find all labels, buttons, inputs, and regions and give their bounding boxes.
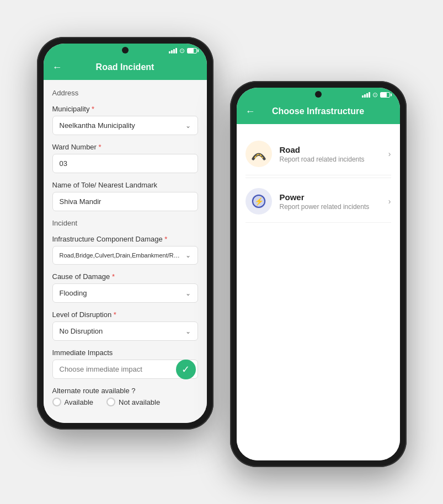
header-title-1: Road Incident (96, 62, 154, 72)
disruption-value: No Disruption (60, 327, 103, 335)
infra-damage-label: Infrastructure Component Damage (52, 235, 198, 243)
check-icon: ✓ (182, 363, 190, 376)
phone-2: ⊙ ← Choose Infrastructure (230, 81, 407, 467)
power-icon: ⚡ (250, 193, 267, 210)
not-available-label: Not available (119, 398, 160, 406)
power-arrow-icon: › (388, 197, 391, 206)
infra-damage-chevron-icon: ⌄ (185, 251, 191, 259)
infra-damage-select[interactable]: Road,Bridge,Culvert,Drain,Embankment/Ret… (52, 246, 198, 265)
immediate-impacts-submit-button[interactable]: ✓ (176, 360, 196, 379)
municipality-label: Municipality (52, 105, 198, 113)
wifi-icon-1: ⊙ (179, 47, 185, 55)
road-list-item[interactable]: Road Report road related incidents › (245, 133, 391, 175)
road-text: Road Report road related incidents (280, 145, 365, 163)
cause-of-damage-group: Cause of Damage Flooding ⌄ (52, 272, 198, 303)
municipality-group: Municipality Neelkantha Municipality ⌄ (52, 105, 198, 135)
ward-number-group: Ward Number (52, 143, 198, 173)
app-header-1: ← Road Incident (44, 57, 207, 80)
battery-icon-1 (187, 48, 197, 53)
address-section: Address (52, 89, 198, 97)
svg-text:⚡: ⚡ (254, 197, 264, 206)
infrastructure-list: Road Report road related incidents › ⚡ (237, 124, 400, 460)
available-option[interactable]: Available (52, 398, 94, 406)
status-time-2 (247, 92, 248, 98)
tole-group: Name of Tole/ Nearest Landmark (52, 181, 198, 211)
status-icons-2: ⊙ (362, 91, 390, 99)
incident-label: Incident (52, 219, 198, 227)
header-title-2: Choose Infrastructure (272, 106, 364, 116)
available-label: Available (65, 398, 94, 406)
alternate-route-options: Available Not available (52, 398, 198, 406)
road-icon-wrap (245, 141, 272, 167)
notch-2 (315, 91, 322, 98)
municipality-value: Neelkantha Municipality (60, 121, 135, 130)
incident-section: Incident (52, 219, 198, 227)
cause-of-damage-label: Cause of Damage (52, 272, 198, 281)
road-arrow-icon: › (388, 149, 391, 158)
ward-number-label: Ward Number (52, 143, 198, 151)
cause-of-damage-value: Flooding (60, 289, 87, 297)
battery-icon-2 (380, 92, 390, 98)
tole-input[interactable] (52, 192, 198, 211)
disruption-group: Level of Disruption No Disruption ⌄ (52, 310, 198, 341)
road-title: Road (280, 145, 365, 154)
disruption-select[interactable]: No Disruption ⌄ (52, 321, 198, 341)
municipality-chevron-icon: ⌄ (185, 122, 191, 130)
wifi-icon-2: ⊙ (372, 91, 378, 99)
infra-divider (245, 178, 391, 178)
alternate-route-label: Alternate route available ? (52, 387, 198, 395)
alternate-route-group: Alternate route available ? Available No… (52, 387, 198, 406)
not-available-radio[interactable] (106, 398, 115, 406)
power-list-item[interactable]: ⚡ Power Report power related incidents › (245, 180, 391, 223)
signal-icon-1 (169, 48, 177, 53)
power-icon-wrap: ⚡ (245, 188, 272, 215)
immediate-impacts-group: Immediate Impacts ✓ (52, 348, 198, 379)
address-label: Address (52, 89, 198, 97)
infra-damage-value: Road,Bridge,Culvert,Drain,Embankment/Ret… (60, 252, 181, 259)
status-time-1 (54, 47, 55, 54)
road-icon (250, 146, 267, 162)
signal-icon-2 (362, 92, 370, 98)
road-description: Report road related incidents (280, 156, 365, 163)
status-icons-1: ⊙ (169, 47, 197, 55)
cause-chevron-icon: ⌄ (185, 289, 191, 297)
infra-damage-group: Infrastructure Component Damage Road,Bri… (52, 235, 198, 265)
form-content-1: Address Municipality Neelkantha Municipa… (44, 80, 207, 423)
power-description: Report power related incidents (280, 203, 370, 211)
cause-of-damage-select[interactable]: Flooding ⌄ (52, 283, 198, 303)
back-button-1[interactable]: ← (52, 62, 62, 73)
power-title: Power (280, 192, 370, 202)
back-button-2[interactable]: ← (245, 106, 255, 117)
tole-label: Name of Tole/ Nearest Landmark (52, 181, 198, 189)
disruption-label: Level of Disruption (52, 310, 198, 319)
notch-1 (122, 47, 129, 53)
immediate-impacts-input-wrap: ✓ (52, 360, 198, 379)
immediate-impacts-label: Immediate Impacts (52, 348, 198, 357)
disruption-chevron-icon: ⌄ (185, 328, 191, 335)
not-available-option[interactable]: Not available (106, 398, 160, 406)
available-radio[interactable] (52, 398, 61, 406)
phone-1: ⊙ ← Road Incident Address Mun (37, 37, 214, 430)
ward-number-input[interactable] (52, 154, 198, 173)
app-header-2: ← Choose Infrastructure (237, 101, 400, 124)
municipality-select[interactable]: Neelkantha Municipality ⌄ (52, 116, 198, 135)
power-text: Power Report power related incidents (280, 192, 370, 211)
